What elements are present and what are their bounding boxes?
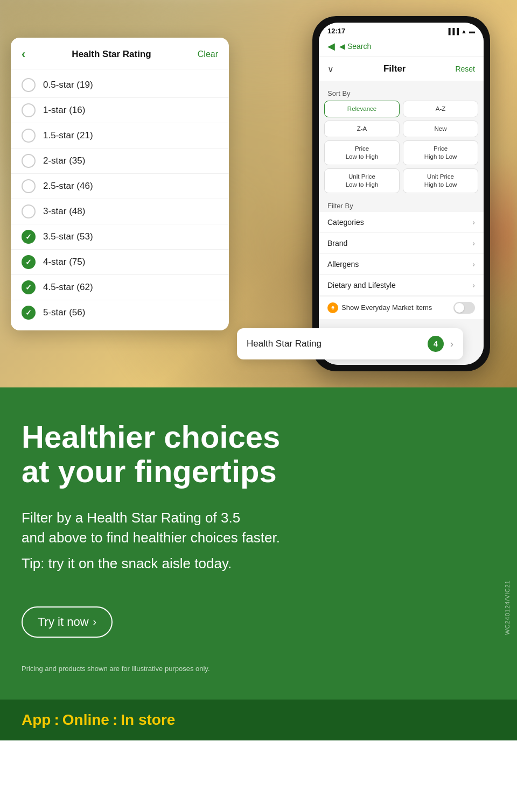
star-option[interactable]: 3.5-star (53) — [11, 224, 229, 250]
sort-option-button[interactable]: Z-A — [324, 121, 400, 137]
footer-separator-2: : — [113, 711, 117, 729]
filter-item[interactable]: Dietary and Lifestyle › — [319, 275, 484, 296]
sort-option-button[interactable]: PriceHigh to Low — [403, 140, 478, 165]
filter-item-label: Categories — [327, 218, 364, 227]
phone-nav-bar: ◀ ◀ Search — [319, 37, 484, 57]
wifi-icon: ▲ — [461, 28, 467, 34]
star-radio[interactable] — [22, 280, 36, 294]
filter-item-label: Brand — [327, 239, 347, 248]
star-radio[interactable] — [22, 306, 36, 320]
star-label: 2.5-star (46) — [43, 181, 93, 192]
filter-item[interactable]: Brand › — [319, 233, 484, 254]
body-text: Filter by a Health Star Rating of 3.5and… — [22, 508, 355, 548]
chevron-right-icon: › — [472, 218, 475, 227]
back-arrow-icon[interactable]: ‹ — [22, 47, 25, 61]
sort-option-button[interactable]: Relevance — [324, 101, 400, 117]
star-radio[interactable] — [22, 154, 36, 168]
footer-online-label: Online — [62, 711, 109, 729]
star-label: 3.5-star (53) — [43, 231, 93, 242]
star-radio[interactable] — [22, 230, 36, 244]
star-option[interactable]: 4-star (75) — [11, 250, 229, 275]
filter-content: ∨ Filter Reset Sort By RelevanceA-ZZ-ANe… — [319, 57, 484, 365]
footer-section: App : Online : In store — [0, 700, 517, 740]
sort-option-button[interactable]: New — [403, 121, 478, 137]
green-section: Healthier choices at your fingertips Fil… — [0, 387, 517, 700]
phone-screen: 12:17 ▐▐▐ ▲ ▬ ◀ ◀ Search ∨ Filter — [319, 23, 484, 365]
star-option[interactable]: 4.5-star (62) — [11, 275, 229, 300]
hsr-count-badge: 4 — [428, 336, 444, 352]
main-heading: Healthier choices at your fingertips — [22, 420, 495, 489]
signal-icon: ▐▐▐ — [446, 28, 459, 34]
chevron-right-icon: › — [472, 281, 475, 290]
try-it-now-button[interactable]: Try it now › — [22, 606, 113, 638]
star-label: 0.5-star (19) — [43, 80, 93, 90]
star-option[interactable]: 0.5-star (19) — [11, 73, 229, 98]
filter-reset-button[interactable]: Reset — [455, 65, 475, 73]
star-options-list: 0.5-star (19) 1-star (16) 1.5-star (21) … — [11, 69, 229, 330]
everyday-market-row[interactable]: e Show Everyday Market items — [319, 296, 484, 319]
try-btn-label: Try it now — [38, 615, 89, 629]
hsr-arrow-icon: › — [450, 338, 453, 350]
star-label: 4.5-star (62) — [43, 282, 93, 293]
filter-item[interactable]: Allergens › — [319, 254, 484, 275]
filter-title: Filter — [383, 63, 406, 74]
status-bar: 12:17 ▐▐▐ ▲ ▬ — [319, 23, 484, 37]
footer-app-label: App — [22, 711, 51, 729]
sort-by-label: Sort By — [319, 85, 484, 101]
everyday-market-label: Show Everyday Market items — [341, 303, 432, 312]
chevron-right-icon: › — [472, 239, 475, 248]
sort-option-button[interactable]: Unit PriceLow to High — [324, 168, 400, 193]
filter-item[interactable]: Categories › — [319, 212, 484, 233]
star-option[interactable]: 2.5-star (46) — [11, 174, 229, 199]
star-radio[interactable] — [22, 129, 36, 143]
sort-option-button[interactable]: PriceLow to High — [324, 140, 400, 165]
sort-option-button[interactable]: A-Z — [403, 101, 478, 117]
hero-section: ‹ Health Star Rating Clear 0.5-star (19)… — [0, 0, 517, 387]
phone-mockup: 12:17 ▐▐▐ ▲ ▬ ◀ ◀ Search ∨ Filter — [312, 16, 490, 371]
star-radio[interactable] — [22, 255, 36, 269]
star-radio[interactable] — [22, 179, 36, 193]
star-option[interactable]: 5-star (56) — [11, 300, 229, 325]
star-label: 1-star (16) — [43, 105, 85, 116]
filter-item-label: Dietary and Lifestyle — [327, 281, 396, 290]
heading-line1: Healthier choices — [22, 419, 280, 454]
clear-button[interactable]: Clear — [198, 50, 218, 59]
star-option[interactable]: 1.5-star (21) — [11, 123, 229, 149]
health-star-rating-bar[interactable]: Health Star Rating 4 › — [237, 328, 463, 359]
star-option[interactable]: 2-star (35) — [11, 149, 229, 174]
sort-options-grid: RelevanceA-ZZ-ANewPriceLow to HighPriceH… — [319, 101, 484, 197]
tip-text: Tip: try it on the snack aisle today. — [22, 554, 495, 574]
filter-header: ∨ Filter Reset — [319, 57, 484, 81]
star-label: 3-star (48) — [43, 206, 85, 217]
filter-expand[interactable]: ∨ — [327, 64, 334, 74]
star-radio[interactable] — [22, 204, 36, 218]
status-icons: ▐▐▐ ▲ ▬ — [446, 28, 475, 34]
filter-by-label: Filter By — [319, 197, 484, 212]
chevron-right-icon: › — [472, 260, 475, 269]
star-option[interactable]: 1-star (16) — [11, 98, 229, 123]
star-radio[interactable] — [22, 78, 36, 92]
everyday-market-icon: e — [327, 302, 338, 313]
card-title: Health Star Rating — [25, 49, 197, 60]
card-header: ‹ Health Star Rating Clear — [11, 38, 229, 69]
footer-store-label: In store — [121, 711, 175, 729]
sort-option-button[interactable]: Unit PriceHigh to Low — [403, 168, 478, 193]
try-btn-arrow-icon: › — [93, 616, 97, 628]
star-radio[interactable] — [22, 103, 36, 117]
everyday-market-toggle[interactable] — [453, 302, 475, 314]
hsr-right: 4 › — [428, 336, 453, 352]
hsr-bar-label: Health Star Rating — [247, 338, 322, 349]
status-time: 12:17 — [327, 27, 345, 35]
filter-item-label: Allergens — [327, 260, 359, 269]
vertical-code: WC240124/ViC21 — [504, 580, 511, 635]
health-star-rating-card: ‹ Health Star Rating Clear 0.5-star (19)… — [11, 38, 229, 330]
footer-separator-1: : — [54, 711, 59, 729]
chevron-down-icon: ∨ — [327, 64, 334, 74]
star-label: 5-star (56) — [43, 307, 85, 318]
filter-items-list: Categories › Brand › Allergens › Dietary… — [319, 212, 484, 296]
nav-search-label[interactable]: ◀ Search — [339, 42, 371, 51]
star-option[interactable]: 3-star (48) — [11, 199, 229, 224]
star-label: 4-star (75) — [43, 257, 85, 267]
star-label: 2-star (35) — [43, 156, 85, 166]
nav-back-icon[interactable]: ◀ — [327, 40, 335, 52]
